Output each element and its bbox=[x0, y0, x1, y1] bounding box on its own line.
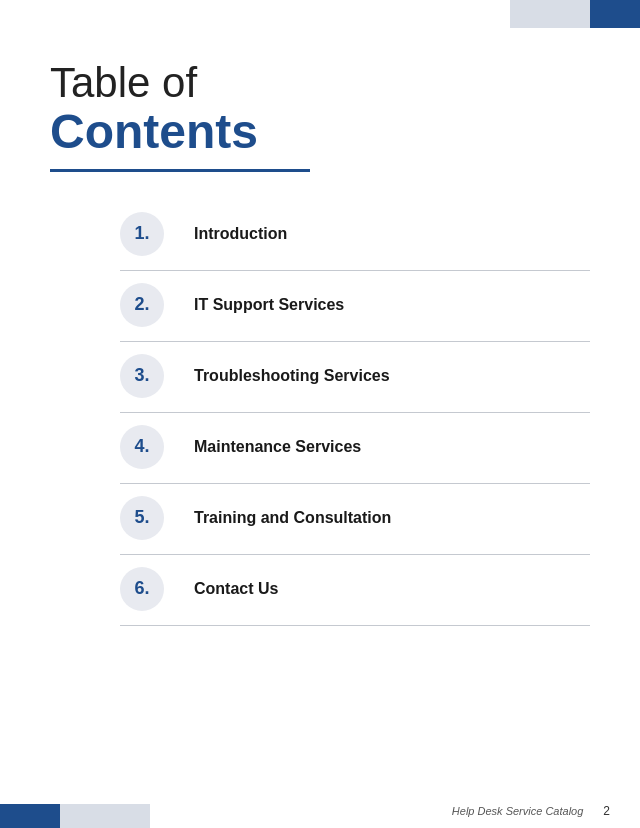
toc-number-3: 3. bbox=[120, 354, 164, 398]
top-block-light bbox=[510, 0, 590, 28]
toc-number-1: 1. bbox=[120, 212, 164, 256]
toc-number-2: 2. bbox=[120, 283, 164, 327]
bottom-block-dark bbox=[0, 804, 60, 828]
title-bottom: Contents bbox=[50, 106, 590, 159]
main-content: Table of Contents 1. Introduction 2. IT … bbox=[0, 0, 640, 698]
toc-number-5: 5. bbox=[120, 496, 164, 540]
footer-catalog-text: Help Desk Service Catalog bbox=[452, 805, 583, 817]
toc-label-3: Troubleshooting Services bbox=[194, 367, 590, 385]
bottom-block-light bbox=[60, 804, 150, 828]
toc-number-4: 4. bbox=[120, 425, 164, 469]
top-decoration bbox=[510, 0, 640, 28]
bottom-decoration bbox=[0, 804, 150, 828]
toc-item-2: 2. IT Support Services bbox=[120, 283, 590, 342]
toc-label-6: Contact Us bbox=[194, 580, 590, 598]
footer: Help Desk Service Catalog 2 bbox=[452, 804, 610, 818]
toc-item-6: 6. Contact Us bbox=[120, 567, 590, 626]
title-section: Table of Contents bbox=[50, 60, 590, 172]
toc-label-4: Maintenance Services bbox=[194, 438, 590, 456]
toc-item-3: 3. Troubleshooting Services bbox=[120, 354, 590, 413]
toc-label-1: Introduction bbox=[194, 225, 590, 243]
toc-item-1: 1. Introduction bbox=[120, 212, 590, 271]
toc-number-6: 6. bbox=[120, 567, 164, 611]
toc-item-4: 4. Maintenance Services bbox=[120, 425, 590, 484]
toc-label-2: IT Support Services bbox=[194, 296, 590, 314]
title-top: Table of bbox=[50, 60, 590, 106]
page: Table of Contents 1. Introduction 2. IT … bbox=[0, 0, 640, 828]
page-number: 2 bbox=[603, 804, 610, 818]
toc-item-5: 5. Training and Consultation bbox=[120, 496, 590, 555]
toc-label-5: Training and Consultation bbox=[194, 509, 590, 527]
top-block-dark bbox=[590, 0, 640, 28]
title-divider bbox=[50, 169, 310, 172]
toc-list: 1. Introduction 2. IT Support Services 3… bbox=[50, 212, 590, 626]
